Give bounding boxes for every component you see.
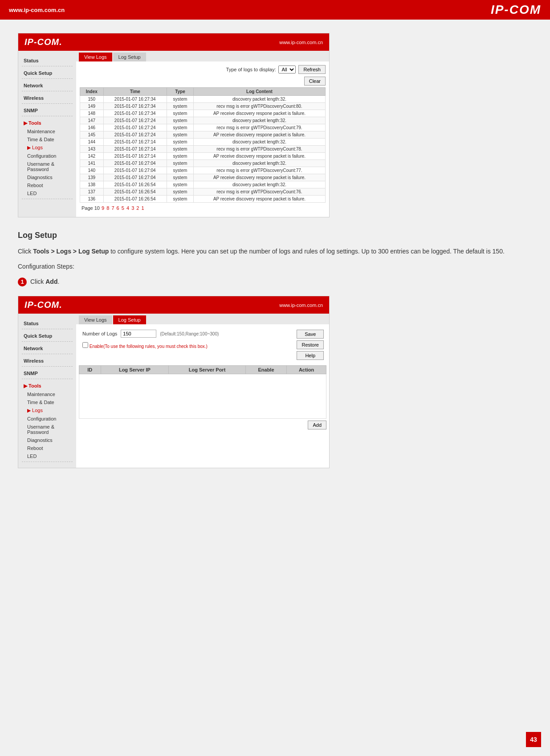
- log-cell: AP receive discovery respone packet is f…: [193, 153, 325, 160]
- sidebar2-item-snmp[interactable]: SNMP: [18, 368, 76, 377]
- log-cell: system: [167, 110, 193, 117]
- refresh-button[interactable]: Refresh: [298, 65, 326, 74]
- sidebar-item-diagnostics[interactable]: Diagnostics: [18, 173, 76, 181]
- sidebar2-item-tools[interactable]: Tools: [18, 380, 76, 390]
- log-cell: 146: [80, 124, 104, 131]
- sidebar2-item-username[interactable]: Username & Password: [18, 423, 76, 436]
- sidebar-divider: [22, 103, 73, 104]
- sidebar2-item-logs[interactable]: Logs: [18, 406, 76, 415]
- sidebar-item-configuration[interactable]: Configuration: [18, 152, 76, 160]
- sidebar-item-snmp[interactable]: SNMP: [18, 105, 76, 114]
- log-cell: 140: [80, 167, 104, 174]
- setup-col-id: ID: [79, 366, 101, 374]
- enable-checkbox[interactable]: [82, 342, 88, 348]
- sidebar2-item-timedate[interactable]: Time & Date: [18, 398, 76, 406]
- log-cell: AP receive discovery respone packet is f…: [193, 110, 325, 117]
- table-row: 1422015-01-07 16:27:14systemAP receive d…: [80, 153, 326, 160]
- main-content: IP-COM. www.ip-com.com.cn Status Quick S…: [0, 20, 550, 495]
- sidebar2-item-configuration[interactable]: Configuration: [18, 415, 76, 423]
- page-7[interactable]: 7: [111, 205, 114, 211]
- log-cell: AP receive discovery respone packet is f…: [193, 196, 325, 203]
- sidebar-item-status[interactable]: Status: [18, 55, 76, 65]
- log-cell: 2015-01-07 16:27:24: [103, 117, 167, 124]
- screenshot-1: IP-COM. www.ip-com.com.cn Status Quick S…: [18, 33, 330, 217]
- log-cell: system: [167, 160, 193, 167]
- log-cell: 139: [80, 174, 104, 181]
- sidebar-item-reboot[interactable]: Reboot: [18, 181, 76, 189]
- action-buttons: Save Restore Help: [294, 327, 326, 363]
- section-title: Log Setup: [18, 231, 532, 240]
- sidebar-item-tools[interactable]: Tools: [18, 118, 76, 127]
- sidebar-item-timedate[interactable]: Time & Date: [18, 135, 76, 143]
- log-cell: 147: [80, 117, 104, 124]
- sidebar-divider: [22, 366, 73, 367]
- log-cell: 136: [80, 196, 104, 203]
- router-header-1: IP-COM. www.ip-com.com.cn: [18, 33, 329, 51]
- sidebar2-item-network[interactable]: Network: [18, 343, 76, 352]
- tab2-viewlogs[interactable]: View Logs: [79, 315, 112, 324]
- sidebar-item-logs[interactable]: Logs: [18, 143, 76, 152]
- sidebar2-item-status[interactable]: Status: [18, 318, 76, 327]
- sidebar-item-wireless[interactable]: Wireless: [18, 93, 76, 102]
- log-type-select[interactable]: All: [278, 65, 296, 74]
- setup-top-row: Number of Logs (Default:150,Range:100~30…: [79, 327, 326, 363]
- tab-logsetup[interactable]: Log Setup: [113, 53, 146, 61]
- log-setup-section: Log Setup Click Tools > Logs > Log Setup…: [18, 231, 532, 291]
- page-6[interactable]: 6: [117, 205, 119, 211]
- numlogs-input[interactable]: [121, 330, 156, 338]
- router-url-2: www.ip-com.com.cn: [279, 302, 323, 308]
- sidebar2-item-diagnostics[interactable]: Diagnostics: [18, 436, 76, 444]
- tab2-logsetup[interactable]: Log Setup: [113, 315, 146, 324]
- log-cell: AP receive discovery respone packet is f…: [193, 131, 325, 139]
- page-5[interactable]: 5: [122, 205, 124, 211]
- log-cell: discovery packet length:32.: [193, 139, 325, 146]
- sidebar-item-maintenance[interactable]: Maintenance: [18, 127, 76, 135]
- sidebar2-item-led[interactable]: LED: [18, 452, 76, 460]
- clear-button[interactable]: Clear: [304, 77, 326, 86]
- sidebar2-item-wireless[interactable]: Wireless: [18, 356, 76, 365]
- log-cell: 145: [80, 131, 104, 139]
- log-cell: 148: [80, 110, 104, 117]
- log-cell: 138: [80, 181, 104, 188]
- log-cell: system: [167, 188, 193, 196]
- page-9[interactable]: 9: [102, 205, 104, 211]
- step-1-text: Click Add.: [30, 277, 59, 287]
- sidebar2-item-quicksetup[interactable]: Quick Setup: [18, 331, 76, 340]
- sidebar-divider: [22, 116, 73, 116]
- log-cell: 2015-01-07 16:27:14: [103, 153, 167, 160]
- log-cell: recv msg is error gWTPDiscoveryCount:78.: [193, 146, 325, 153]
- sidebar-divider: [22, 462, 73, 462]
- router-logo-2: IP-COM.: [24, 300, 62, 310]
- sidebar-divider: [22, 329, 73, 329]
- page-4[interactable]: 4: [126, 205, 129, 211]
- numlogs-hint: (Default:150,Range:100~300): [160, 331, 219, 336]
- table-row: 1382015-01-07 16:26:54systemdiscovery pa…: [80, 181, 326, 188]
- page-badge: 43: [526, 732, 541, 747]
- sidebar-item-led[interactable]: LED: [18, 189, 76, 197]
- page-3[interactable]: 3: [131, 205, 134, 211]
- add-button[interactable]: Add: [308, 421, 326, 429]
- sidebar-item-network[interactable]: Network: [18, 80, 76, 90]
- sidebar2-item-maintenance[interactable]: Maintenance: [18, 390, 76, 398]
- sidebar2-item-reboot[interactable]: Reboot: [18, 444, 76, 452]
- log-cell: 2015-01-07 16:27:24: [103, 124, 167, 131]
- table-row: 1462015-01-07 16:27:24systemrecv msg is …: [80, 124, 326, 131]
- tab-viewlogs[interactable]: View Logs: [79, 53, 112, 61]
- page-1[interactable]: 1: [142, 205, 144, 211]
- page-8[interactable]: 8: [106, 205, 109, 211]
- log-cell: discovery packet length:32.: [193, 117, 325, 124]
- log-cell: 2015-01-07 16:27:34: [103, 103, 167, 110]
- save-button[interactable]: Save: [297, 330, 324, 339]
- log-cell: system: [167, 146, 193, 153]
- sidebar-item-username[interactable]: Username & Password: [18, 160, 76, 173]
- page-2[interactable]: 2: [136, 205, 139, 211]
- sidebar-item-quicksetup[interactable]: Quick Setup: [18, 68, 76, 77]
- restore-button[interactable]: Restore: [297, 340, 324, 349]
- content-area-1: View Logs Log Setup Type of logs to disp…: [76, 51, 329, 217]
- log-cell: discovery packet length:32.: [193, 181, 325, 188]
- setup-empty-row: [79, 374, 326, 419]
- table-row: 1392015-01-07 16:27:04systemAP receive d…: [80, 174, 326, 181]
- help-button[interactable]: Help: [297, 351, 324, 360]
- table-row: 1412015-01-07 16:27:04systemdiscovery pa…: [80, 160, 326, 167]
- numlogs-label: Number of Logs: [82, 331, 117, 336]
